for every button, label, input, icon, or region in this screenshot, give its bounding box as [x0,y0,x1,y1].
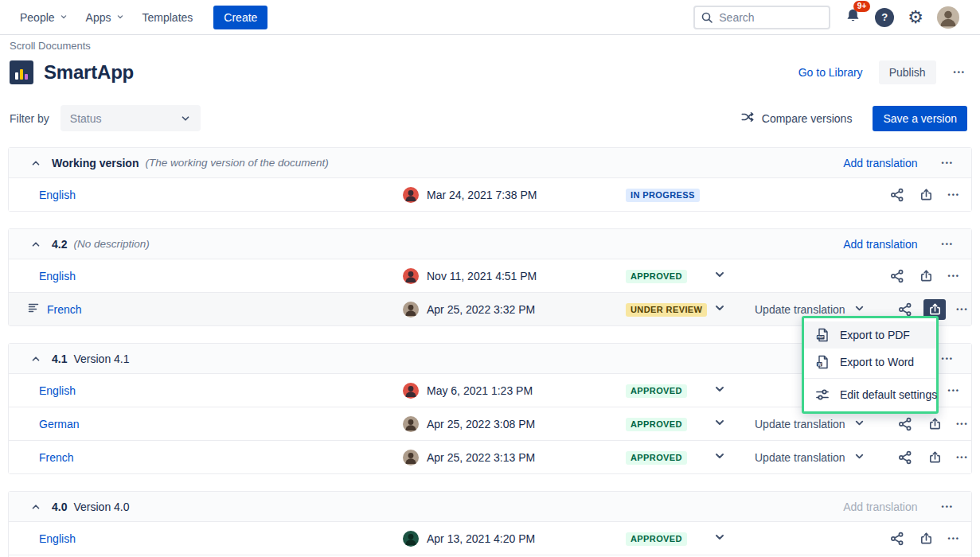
status-chevron-down-icon[interactable] [713,531,726,547]
help-button[interactable]: ? [875,8,894,27]
chevron-down-icon[interactable] [853,450,865,465]
nav-apps[interactable]: Apps [86,11,125,24]
avatar [403,450,419,465]
status-chevron-down-icon[interactable] [713,450,726,465]
nav-people-label: People [20,11,55,24]
search-input[interactable] [693,6,830,29]
section-working-version: Working version (The working version of … [8,147,972,212]
avatar [403,531,419,547]
row-more-button[interactable]: ••• [955,302,970,317]
section-more-button[interactable]: ••• [940,156,955,170]
top-navigation: People Apps Templates Create 9+ ? ⚙ [0,0,980,35]
nav-templates[interactable]: Templates [143,11,193,24]
nav-apps-label: Apps [86,11,111,24]
status-badge: APPROVED [626,532,687,546]
collapse-chevron-up-icon[interactable] [30,158,41,169]
export-button[interactable] [923,414,946,434]
share-button[interactable] [894,414,916,434]
update-translation-label[interactable]: Update translation [755,418,845,430]
breadcrumb[interactable]: Scroll Documents [0,35,980,52]
section-name: 4.1 [52,353,67,365]
row-more-button[interactable]: ••• [947,269,962,283]
language-link[interactable]: German [39,418,80,430]
row-more-button[interactable]: ••• [955,417,970,431]
avatar [403,268,419,284]
row-more-button[interactable]: ••• [947,384,962,398]
section-4-0: 4.0 Version 4.0 Add translation ••• Engl… [8,491,972,557]
section-header: 4.0 Version 4.0 Add translation ••• [9,492,971,521]
chevron-down-icon [180,113,191,124]
status-filter-select[interactable]: Status [61,105,201,131]
row-more-button[interactable]: ••• [947,188,962,202]
section-name: 4.0 [52,501,67,513]
status-badge: APPROVED [626,451,687,465]
status-chevron-down-icon[interactable] [713,416,726,432]
chevron-down-icon[interactable] [853,302,865,317]
share-button[interactable] [886,528,908,549]
avatar [403,187,419,203]
row-more-button[interactable]: ••• [955,450,970,465]
user-avatar[interactable] [937,6,959,29]
nav-people[interactable]: People [20,11,68,24]
status-chevron-down-icon[interactable] [713,383,726,399]
status-badge: UNDER REVIEW [626,303,707,317]
share-button[interactable] [886,185,908,205]
menu-item-label: Edit default settings [840,388,937,401]
publish-button[interactable]: Publish [879,60,936,84]
bar-chart-app-icon [10,60,33,84]
share-button[interactable] [894,447,916,468]
language-link[interactable]: English [39,532,76,545]
avatar [403,302,419,317]
collapse-chevron-up-icon[interactable] [30,353,41,364]
chevron-down-icon[interactable] [853,417,865,431]
export-button[interactable] [923,447,946,468]
page-more-button[interactable]: ••• [952,65,967,80]
export-button[interactable] [916,528,938,549]
compare-versions-label: Compare versions [762,112,853,125]
notifications-button[interactable]: 9+ [845,7,861,27]
version-row: English Mar 24, 2021 7:38 PM IN PROGRESS… [9,177,971,211]
add-translation-link[interactable]: Add translation [843,238,917,251]
svg-text:W: W [818,363,822,367]
update-translation-label[interactable]: Update translation [755,451,845,464]
export-button[interactable] [916,185,938,205]
menu-item-export-word[interactable]: W Export to Word [804,349,936,376]
svg-text:PDF: PDF [818,335,825,339]
add-translation-link[interactable]: Add translation [843,157,917,169]
status-chevron-down-icon[interactable] [713,302,726,317]
row-more-button[interactable]: ••• [947,532,962,546]
section-more-button[interactable]: ••• [940,237,955,251]
notification-badge: 9+ [853,1,870,12]
update-translation-label[interactable]: Update translation [755,303,845,316]
modified-date: Mar 24, 2021 7:38 PM [427,189,537,201]
menu-item-export-pdf[interactable]: PDF Export to PDF [804,321,936,349]
page-tree-icon [28,302,39,317]
section-name: Working version [52,157,139,169]
compare-versions-button[interactable]: Compare versions [740,110,853,127]
language-link[interactable]: English [39,270,76,282]
avatar [403,383,419,399]
version-row: English Nov 11, 2021 4:51 PM APPROVED ••… [9,259,971,292]
export-button[interactable] [916,266,938,286]
status-badge: APPROVED [626,270,687,283]
settings-gear-icon[interactable]: ⚙ [908,9,923,26]
language-link[interactable]: English [39,384,76,397]
go-to-library-link[interactable]: Go to Library [798,66,863,79]
share-button[interactable] [886,266,908,286]
section-more-button[interactable]: ••• [940,352,955,366]
section-more-button[interactable]: ••• [940,500,955,514]
filter-by-label: Filter by [10,112,49,125]
menu-item-edit-default-settings[interactable]: Edit default settings [804,381,936,408]
status-chevron-down-icon[interactable] [713,268,726,284]
export-menu: PDF Export to PDF W Export to Word Edit … [802,316,939,414]
language-link[interactable]: English [39,189,76,201]
collapse-chevron-up-icon[interactable] [30,501,41,512]
collapse-chevron-up-icon[interactable] [30,239,41,250]
save-version-button[interactable]: Save a version [873,106,967,131]
add-translation-link[interactable]: Add translation [843,501,917,513]
language-link[interactable]: French [39,451,74,464]
modified-date: Apr 25, 2022 3:32 PM [427,303,535,316]
create-button[interactable]: Create [213,6,267,29]
menu-item-label: Export to PDF [840,329,910,341]
language-link[interactable]: French [47,303,82,316]
